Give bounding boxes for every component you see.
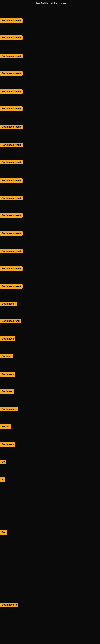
bottleneck-badge: Bottleneck bbox=[0, 336, 15, 341]
bottleneck-result-item: Bottleneck resu bbox=[0, 319, 21, 323]
bottleneck-badge: Bottleneck resu bbox=[0, 319, 21, 323]
bottleneck-result-item: Bot bbox=[0, 530, 7, 534]
bottleneck-badge: Bottleneck result bbox=[0, 54, 23, 58]
bottleneck-badge: Bottleneck result bbox=[0, 89, 23, 94]
bottleneck-result-item: Bottleneck bbox=[0, 372, 15, 376]
bottleneck-badge: Bot bbox=[0, 530, 7, 534]
bottleneck-badge: Bottleneck result bbox=[0, 266, 23, 271]
bottleneck-badge: Bottleneck result bbox=[0, 213, 23, 218]
bottleneck-result-item: Bottleneck result bbox=[0, 106, 23, 111]
bottleneck-badge: B bbox=[0, 477, 5, 482]
bottleneck-badge: Bottleneck bbox=[0, 372, 15, 376]
bottleneck-result-item: Bottlene bbox=[0, 354, 13, 358]
bottleneck-result-item: Bottleneck result bbox=[0, 124, 23, 129]
bottleneck-badge: Bottleneck result bbox=[0, 71, 23, 76]
bottleneck-result-item: Bottler bbox=[0, 424, 11, 429]
bottleneck-badge: Bottleneck result bbox=[0, 36, 23, 40]
bottleneck-badge: Bottleneck result bbox=[0, 18, 23, 23]
bottleneck-result-item: Bottleneck result bbox=[0, 249, 23, 253]
bottleneck-result-item: Bottlenec bbox=[0, 389, 14, 394]
bottleneck-result-item: Bo bbox=[0, 460, 6, 464]
bottleneck-badge: Bottleneck result bbox=[0, 106, 23, 111]
bottleneck-badge: Bottleneck result bbox=[0, 284, 23, 288]
bottleneck-result-item: Bottleneck result bbox=[0, 89, 23, 94]
bottleneck-result-item: Bottleneck result bbox=[0, 284, 23, 288]
bottleneck-result-item: Bottleneck result bbox=[0, 231, 23, 236]
bottleneck-badge: Bottleneck result bbox=[0, 249, 23, 253]
bottleneck-result-item: Bottleneck result bbox=[0, 196, 23, 200]
bottleneck-badge: Bottleneck re bbox=[0, 602, 18, 607]
bottleneck-badge: Bo bbox=[0, 460, 6, 464]
bottleneck-badge: Bottler bbox=[0, 424, 11, 429]
bottleneck-result-item: Bottleneck bbox=[0, 442, 15, 446]
bottleneck-badge: Bottleneck result bbox=[0, 160, 23, 164]
bottleneck-badge: Bottleneck result bbox=[0, 231, 23, 236]
bottleneck-result-item: Bottleneck result bbox=[0, 160, 23, 164]
bottleneck-badge: Bottleneck bbox=[0, 442, 15, 446]
bottleneck-badge: Bottlene bbox=[0, 354, 13, 358]
bottleneck-badge: Bottleneck re bbox=[0, 407, 18, 411]
bottleneck-result-item: Bottleneck r bbox=[0, 302, 17, 306]
bottleneck-result-item: Bottleneck result bbox=[0, 54, 23, 58]
bottleneck-result-item: Bottleneck result bbox=[0, 213, 23, 218]
bottleneck-badge: Bottleneck result bbox=[0, 124, 23, 129]
bottleneck-badge: Bottleneck result bbox=[0, 143, 23, 147]
bottleneck-result-item: Bottleneck re bbox=[0, 407, 18, 411]
bottleneck-result-item: Bottleneck result bbox=[0, 71, 23, 76]
bottleneck-result-item: Bottleneck bbox=[0, 336, 15, 341]
bottleneck-badge: Bottleneck result bbox=[0, 178, 23, 183]
site-title: TheBottlenecker.com bbox=[0, 0, 100, 7]
bottleneck-result-item: Bottleneck result bbox=[0, 143, 23, 147]
bottleneck-badge: Bottleneck result bbox=[0, 196, 23, 200]
bottleneck-result-item: Bottleneck result bbox=[0, 266, 23, 271]
bottleneck-result-item: Bottleneck result bbox=[0, 36, 23, 40]
bottleneck-badge: Bottleneck r bbox=[0, 302, 17, 306]
bottleneck-result-item: Bottleneck result bbox=[0, 18, 23, 23]
bottleneck-result-item: Bottleneck result bbox=[0, 178, 23, 183]
bottleneck-result-item: Bottleneck re bbox=[0, 602, 18, 607]
bottleneck-result-item: B bbox=[0, 477, 5, 482]
bottleneck-badge: Bottlenec bbox=[0, 389, 14, 394]
